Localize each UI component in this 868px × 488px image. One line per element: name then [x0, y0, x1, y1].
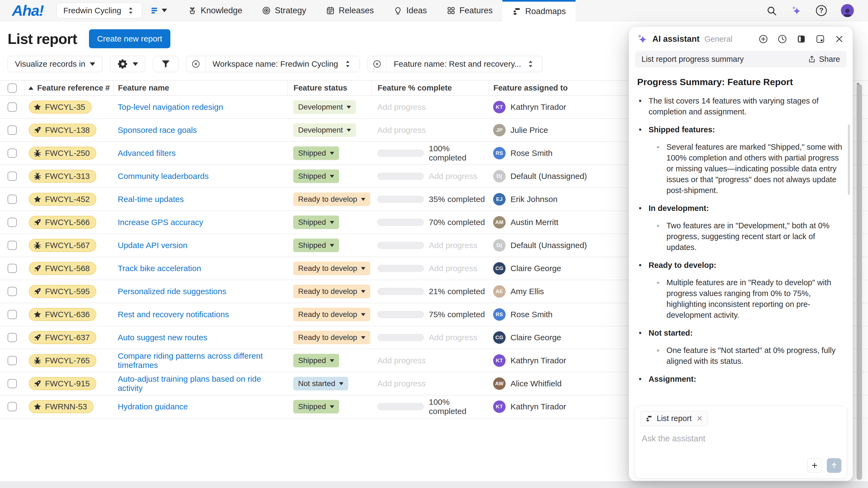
user-avatar[interactable]	[841, 4, 854, 17]
feature-progress-cell[interactable]: 75% completed	[371, 303, 489, 326]
add-progress-placeholder[interactable]: Add progress	[377, 126, 426, 135]
feature-reference-pill[interactable]: FWCYL-35	[29, 101, 92, 113]
row-checkbox[interactable]	[8, 310, 17, 319]
aha-logo[interactable]: Aha!	[12, 2, 43, 19]
row-checkbox[interactable]	[8, 102, 17, 112]
feature-name-link[interactable]: Advanced filters	[118, 149, 176, 158]
feature-reference-pill[interactable]: FWCYL-567	[29, 239, 96, 252]
feature-status-dropdown[interactable]: Shipped	[293, 216, 339, 229]
feature-name-link[interactable]: Track bike acceleration	[118, 264, 201, 273]
feature-name-link[interactable]: Community leaderboards	[118, 172, 209, 181]
feature-status-dropdown[interactable]: Development	[293, 123, 356, 137]
feature-reference-pill[interactable]: FWCYL-568	[29, 262, 96, 275]
row-checkbox[interactable]	[8, 264, 17, 273]
row-checkbox[interactable]	[8, 126, 17, 135]
add-progress-placeholder[interactable]: Add progress	[429, 241, 477, 250]
assistant-input-card[interactable]: List report ✕ Ask the assistant +	[634, 406, 847, 479]
nav-tab-roadmaps[interactable]: Roadmaps	[502, 0, 576, 21]
row-checkbox[interactable]	[8, 356, 17, 365]
dock-panel-icon[interactable]	[796, 34, 806, 44]
feature-name-link[interactable]: Auto suggest new routes	[118, 333, 207, 342]
feature-progress-cell[interactable]: Add progress	[371, 165, 489, 188]
feature-name-link[interactable]: Update API version	[118, 241, 187, 250]
feature-name-link[interactable]: Compare riding patterns across different…	[118, 351, 287, 370]
column-header-feature-status[interactable]: Feature status	[287, 80, 371, 95]
feature-name-link[interactable]: Top-level navigation redesign	[118, 102, 223, 112]
feature-reference-pill[interactable]: FWCYL-250	[29, 147, 96, 160]
filter-button[interactable]	[153, 56, 179, 72]
row-checkbox[interactable]	[8, 241, 17, 250]
feature-progress-cell[interactable]: 35% completed	[371, 188, 489, 210]
feature-reference-pill[interactable]: FWCYL-138	[29, 124, 96, 137]
remove-chip-icon[interactable]: ✕	[696, 414, 703, 423]
menu-button[interactable]	[150, 6, 167, 15]
feature-status-dropdown[interactable]: Ready to develop	[293, 193, 370, 206]
history-icon[interactable]	[777, 34, 787, 44]
feature-name-link[interactable]: Auto-adjust training plans based on ride…	[118, 375, 287, 393]
feature-name-link[interactable]: Real-time updates	[118, 195, 184, 204]
row-checkbox[interactable]	[8, 195, 17, 204]
column-header-feature-assigned-to[interactable]: Feature assigned to	[489, 80, 630, 95]
workspace-selector[interactable]: Fredwin Cycling	[56, 3, 142, 19]
row-checkbox[interactable]	[8, 287, 17, 296]
feature-reference-pill[interactable]: FWCYL-765	[29, 354, 96, 367]
create-new-report-button[interactable]: Create new report	[89, 29, 170, 48]
feature-reference-pill[interactable]: FWCYL-595	[29, 285, 96, 298]
feature-status-dropdown[interactable]: Shipped	[293, 354, 339, 367]
remove-filter-icon[interactable]	[186, 56, 206, 72]
visualize-records-dropdown[interactable]: Visualize records in	[8, 56, 102, 72]
report-settings-button[interactable]	[110, 56, 145, 72]
add-progress-placeholder[interactable]: Add progress	[377, 356, 426, 365]
row-checkbox[interactable]	[8, 218, 17, 227]
search-icon[interactable]	[766, 5, 777, 16]
feature-progress-cell[interactable]: Add progress	[371, 257, 489, 280]
new-chat-icon[interactable]	[758, 34, 769, 44]
feature-status-dropdown[interactable]: Shipped	[293, 400, 339, 414]
row-checkbox[interactable]	[8, 172, 17, 181]
column-header-feature-reference[interactable]: Feature reference #	[24, 80, 113, 95]
feature-name-link[interactable]: Rest and recovery notifications	[118, 310, 229, 319]
feature-progress-cell[interactable]: Add progress	[371, 234, 489, 257]
row-checkbox[interactable]	[8, 402, 17, 411]
feature-reference-pill[interactable]: FWCYL-566	[29, 216, 96, 229]
feature-progress-cell[interactable]: Add progress	[371, 349, 489, 372]
feature-progress-cell[interactable]: 100% completed	[371, 395, 489, 418]
close-icon[interactable]	[834, 34, 844, 44]
share-button[interactable]: Share	[808, 55, 840, 64]
nav-tab-releases[interactable]: Releases	[316, 0, 383, 21]
feature-reference-pill[interactable]: FWRNN-53	[29, 400, 94, 413]
feature-progress-cell[interactable]: 21% completed	[371, 280, 489, 303]
nav-tab-knowledge[interactable]: Knowledge	[178, 0, 252, 21]
column-header-feature-name[interactable]: Feature name	[113, 80, 287, 95]
help-icon[interactable]: ?	[816, 5, 827, 16]
feature-reference-pill[interactable]: FWCYL-452	[29, 193, 96, 206]
nav-tab-ideas[interactable]: Ideas	[383, 0, 437, 21]
workspace-filter-dropdown[interactable]: Workspace name: Fredwin Cycling	[206, 56, 360, 72]
remove-filter-icon[interactable]	[368, 56, 387, 72]
feature-name-link[interactable]: Personalized ride suggestions	[118, 287, 226, 296]
feature-status-dropdown[interactable]: Not started	[293, 377, 348, 390]
feature-name-link[interactable]: Sponsored race goals	[118, 126, 197, 135]
row-checkbox[interactable]	[8, 379, 17, 388]
select-all-checkbox[interactable]	[8, 84, 17, 93]
feature-status-dropdown[interactable]: Ready to develop	[293, 285, 370, 298]
feature-status-dropdown[interactable]: Ready to develop	[293, 331, 370, 344]
feature-progress-cell[interactable]: 100% completed	[371, 142, 489, 165]
row-checkbox[interactable]	[8, 149, 17, 158]
add-progress-placeholder[interactable]: Add progress	[377, 379, 426, 388]
vertical-scrollbar[interactable]	[857, 84, 862, 480]
feature-name-filter-dropdown[interactable]: Feature name: Rest and recovery...	[387, 56, 542, 72]
nav-tab-strategy[interactable]: Strategy	[252, 0, 316, 21]
feature-progress-cell[interactable]: 70% completed	[371, 211, 489, 234]
feature-status-dropdown[interactable]: Ready to develop	[293, 262, 370, 275]
row-checkbox[interactable]	[8, 333, 17, 342]
feature-status-dropdown[interactable]: Shipped	[293, 147, 339, 160]
feature-progress-cell[interactable]: Add progress	[371, 96, 489, 119]
feature-status-dropdown[interactable]: Ready to develop	[293, 308, 370, 321]
feature-reference-pill[interactable]: FWCYL-636	[29, 308, 96, 321]
panel-scrollbar-thumb[interactable]	[848, 124, 850, 195]
popout-panel-icon[interactable]	[815, 34, 826, 44]
add-progress-placeholder[interactable]: Add progress	[429, 264, 477, 273]
column-header-feature-percent-complete[interactable]: Feature % complete	[371, 80, 489, 95]
horizontal-scrollbar-track[interactable]	[0, 482, 868, 488]
